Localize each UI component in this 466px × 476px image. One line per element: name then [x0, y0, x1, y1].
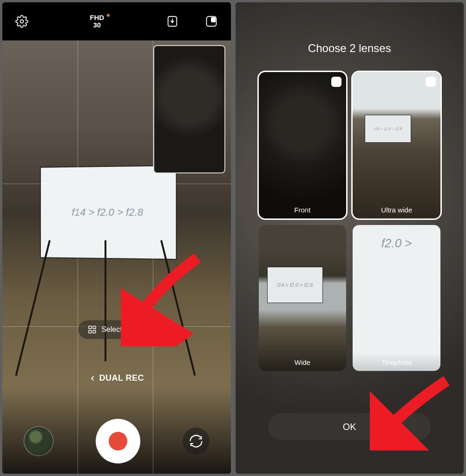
- tele-board-text: f2.0 >: [381, 236, 412, 371]
- easel-leg: [15, 240, 50, 376]
- resolution-indicator[interactable]: FHD 30: [45, 14, 149, 29]
- svg-rect-3: [211, 18, 215, 22]
- select-lenses-button[interactable]: Select lenses: [78, 320, 155, 339]
- whiteboard-content: f14 > f2.0 > f2.8: [40, 165, 177, 260]
- svg-rect-4: [89, 326, 92, 329]
- fps-text: 30: [93, 21, 101, 29]
- lens-option-wide[interactable]: f14 > f2.0 > f2.8 Wide: [259, 225, 347, 371]
- checkbox-icon: [426, 77, 436, 87]
- gallery-thumbnail[interactable]: [24, 426, 53, 456]
- wide-board: f14 > f2.0 > f2.8: [267, 267, 323, 303]
- record-button[interactable]: [96, 419, 140, 463]
- current-mode-label: DUAL REC: [99, 373, 144, 383]
- resolution-text: FHD: [90, 14, 104, 22]
- easel-leg: [105, 240, 106, 361]
- dialog-title: Choose 2 lenses: [236, 42, 464, 55]
- lens-label: Wide: [259, 358, 347, 366]
- svg-rect-6: [89, 331, 92, 333]
- chevron-left-icon: [89, 375, 96, 382]
- top-toolbar: FHD 30: [2, 2, 231, 40]
- mode-selector[interactable]: DUAL REC: [89, 373, 144, 383]
- checkbox-icon: [331, 77, 341, 87]
- ok-button[interactable]: OK: [268, 413, 432, 440]
- camera-screen-dual-rec: f14 > f2.0 > f2.8 FHD 30: [2, 2, 231, 474]
- lens-label: Ultra wide: [353, 206, 440, 214]
- bottom-controls: [2, 419, 231, 474]
- settings-icon[interactable]: [15, 15, 28, 28]
- uw-board: f14 > f2.0 > f2.8: [365, 115, 411, 143]
- lens-option-front[interactable]: Front: [259, 72, 347, 218]
- pip-layout-icon[interactable]: [205, 15, 218, 28]
- svg-point-0: [20, 20, 24, 23]
- lens-options-grid: Front f14 > f2.0 > f2.8 Ultra wide f14 >…: [259, 72, 441, 371]
- switch-camera-icon: [189, 434, 203, 448]
- lens-label: Front: [259, 206, 347, 214]
- lens-option-telephoto[interactable]: f2.0 > Telephoto: [353, 225, 440, 371]
- save-location-icon[interactable]: [166, 15, 179, 28]
- record-indicator-icon: [109, 432, 127, 450]
- recording-indicator-dot: [107, 14, 110, 17]
- lens-label: Telephoto: [353, 358, 440, 366]
- lens-option-ultra-wide[interactable]: f14 > f2.0 > f2.8 Ultra wide: [353, 72, 440, 218]
- svg-rect-7: [93, 331, 96, 333]
- easel-leg: [160, 240, 196, 376]
- switch-camera-button[interactable]: [183, 428, 210, 455]
- svg-rect-5: [93, 326, 96, 329]
- pip-front-camera-preview[interactable]: [153, 45, 225, 173]
- choose-lenses-screen: Choose 2 lenses Front f14 > f2.0 > f2.8 …: [236, 2, 464, 474]
- ok-label: OK: [343, 422, 356, 432]
- grid-icon: [87, 325, 97, 334]
- select-lenses-label: Select lenses: [101, 325, 145, 334]
